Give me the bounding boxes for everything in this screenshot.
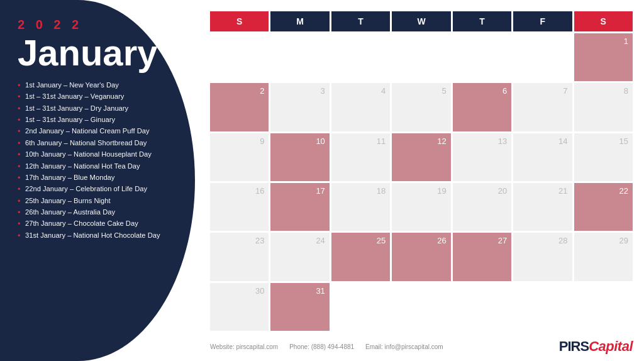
calendar-body: 1234567891011121314151617181920212223242… [210, 33, 633, 331]
cell-number: 29 [619, 236, 628, 245]
cal-cell: 8 [574, 83, 633, 131]
cal-cell: 23 [210, 233, 269, 280]
cell-number: 27 [498, 236, 507, 245]
cell-number: 15 [619, 136, 628, 146]
event-item: 10th January – National Houseplant Day [18, 149, 177, 160]
cal-cell: 24 [270, 233, 329, 280]
cal-cell: 29 [574, 233, 633, 280]
cal-header-cell: T [331, 11, 390, 31]
cal-cell [453, 33, 511, 81]
cal-cell [270, 33, 329, 81]
cell-number: 30 [255, 286, 264, 296]
event-item: 1st – 31st January – Dry January [18, 103, 177, 114]
cell-number: 1 [624, 36, 628, 46]
event-item: 27th January – Chocolate Cake Day [18, 218, 177, 229]
cell-number: 2 [260, 86, 264, 96]
footer-email: Email: info@pirscapital.com [365, 343, 443, 350]
cal-cell: 31 [270, 283, 329, 331]
cal-cell: 22 [574, 183, 633, 231]
event-item: 6th January – National Shortbread Day [18, 138, 177, 148]
year-label: 2 0 2 2 [18, 18, 177, 32]
cell-number: 7 [563, 86, 567, 96]
event-item: 22nd January – Celebration of Life Day [18, 184, 177, 194]
footer-phone: Phone: (888) 494-4881 [289, 343, 354, 350]
cell-number: 24 [316, 236, 325, 245]
cal-cell [392, 283, 450, 331]
cell-number: 12 [437, 136, 446, 146]
cal-cell [392, 33, 450, 81]
cal-header-cell: S [574, 11, 633, 31]
event-item: 1st – 31st January – Veganuary [18, 91, 177, 102]
cal-header-cell: M [270, 11, 329, 31]
cal-row: 3031 [210, 283, 633, 331]
month-label: January [18, 35, 177, 71]
event-item: 26th January – Australia Day [18, 207, 177, 218]
cell-number: 17 [316, 186, 325, 196]
cell-number: 4 [381, 86, 386, 96]
cal-cell: 21 [513, 183, 572, 231]
cal-cell: 10 [270, 133, 329, 181]
cell-number: 13 [498, 136, 507, 146]
cell-number: 20 [498, 186, 507, 196]
logo-pirs: PIRS [559, 338, 589, 355]
cell-number: 14 [558, 136, 567, 146]
cell-number: 23 [255, 236, 264, 245]
cell-number: 22 [619, 186, 628, 196]
right-panel: SMTWTFS 12345678910111213141516171819202… [195, 0, 644, 361]
cal-cell [513, 33, 572, 81]
cal-cell [513, 283, 572, 331]
cell-number: 6 [502, 86, 507, 96]
cal-cell: 20 [453, 183, 511, 231]
logo-area: PIRS Capital [559, 338, 633, 355]
cal-cell: 1 [574, 33, 633, 81]
left-panel: 2 0 2 2 January 1st January – New Year's… [0, 0, 195, 361]
cal-cell [574, 283, 633, 331]
cal-cell: 15 [574, 133, 633, 181]
footer-website: Website: pirscapital.com [210, 343, 278, 350]
cell-number: 10 [316, 136, 325, 146]
event-item: 1st January – New Year's Day [18, 80, 177, 91]
cell-number: 28 [558, 236, 567, 245]
cal-cell [453, 283, 511, 331]
cal-cell [210, 33, 269, 81]
cal-cell: 30 [210, 283, 269, 331]
event-item: 31st January – National Hot Chocolate Da… [18, 230, 177, 241]
event-item: 1st – 31st January – Ginuary [18, 114, 177, 125]
calendar-header: SMTWTFS [210, 11, 633, 31]
cell-number: 5 [441, 86, 446, 96]
cell-number: 25 [377, 236, 386, 245]
cal-cell: 5 [392, 83, 450, 131]
cell-number: 9 [260, 136, 264, 146]
cal-row: 9101112131415 [210, 133, 633, 181]
footer-info: Website: pirscapital.com Phone: (888) 49… [210, 343, 443, 350]
cal-cell: 6 [453, 83, 511, 131]
cal-header-cell: W [392, 11, 450, 31]
cell-number: 18 [377, 186, 386, 196]
cell-number: 3 [321, 86, 325, 96]
cal-row: 1 [210, 33, 633, 81]
cal-cell: 13 [453, 133, 511, 181]
cell-number: 16 [255, 186, 264, 196]
logo-capital: Capital [589, 338, 633, 355]
cal-header-cell: S [210, 11, 269, 31]
footer: Website: pirscapital.com Phone: (888) 49… [210, 336, 633, 355]
cal-row: 16171819202122 [210, 183, 633, 231]
cell-number: 26 [437, 236, 446, 245]
cal-row: 23242526272829 [210, 233, 633, 280]
cal-cell: 17 [270, 183, 329, 231]
cell-number: 11 [377, 136, 386, 146]
cal-header-cell: T [453, 11, 511, 31]
cal-cell: 26 [392, 233, 450, 280]
cal-cell: 18 [331, 183, 390, 231]
calendar: SMTWTFS 12345678910111213141516171819202… [210, 11, 633, 331]
cal-cell: 19 [392, 183, 450, 231]
cell-number: 19 [437, 186, 446, 196]
cal-cell [331, 283, 390, 331]
cell-number: 8 [624, 86, 628, 96]
cal-cell: 11 [331, 133, 390, 181]
cal-header-cell: F [513, 11, 572, 31]
cell-number: 31 [316, 286, 325, 296]
cell-number: 21 [558, 186, 567, 196]
event-item: 25th January – Burns Night [18, 196, 177, 206]
event-item: 12th January – National Hot Tea Day [18, 161, 177, 172]
